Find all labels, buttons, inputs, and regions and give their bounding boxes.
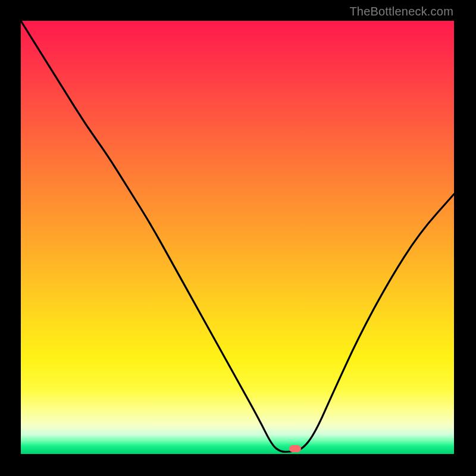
bottleneck-curve xyxy=(21,21,454,454)
attribution-text: TheBottleneck.com xyxy=(349,5,453,18)
plot-area xyxy=(21,21,454,454)
optimal-marker xyxy=(289,445,301,452)
chart-container: { "attribution": "TheBottleneck.com", "m… xyxy=(0,0,476,476)
